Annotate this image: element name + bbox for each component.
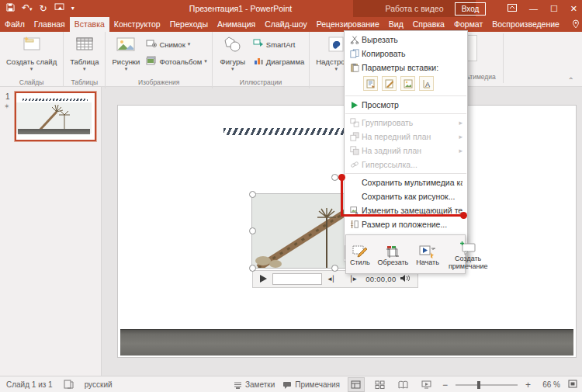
menu-item-paste-options: Параметры вставки: [345,61,467,75]
zoom-out-button[interactable]: − [442,380,448,390]
handle-top-left[interactable] [249,191,256,198]
new-slide-button[interactable]: Создать слайд ▾ [3,34,60,74]
menu-item-bring-to-front[interactable]: На передний план ▸ [345,130,467,144]
start-button[interactable]: Начать [412,235,443,273]
ribbon: Создать слайд ▾ Слайды Таблица ▾ [0,32,582,87]
zoom-slider[interactable] [456,384,518,386]
annotation-dot-end [460,212,467,219]
ribbon-display-options-icon[interactable] [508,4,517,13]
time-display: 00:00,00 [365,275,396,283]
save-icon[interactable] [6,0,15,17]
step-back-icon[interactable]: ◄▏ [327,276,338,283]
screenshot-button[interactable]: Снимок ▾ [144,37,208,51]
collapse-ribbon-icon[interactable]: ⌃ [568,76,574,85]
rotate-handle[interactable] [331,174,338,181]
pictures-button[interactable]: Рисунки ▾ [109,34,143,74]
menu-item-copy[interactable]: Копировать [345,47,467,61]
table-button[interactable]: Таблица ▾ [67,34,102,74]
tab-animations[interactable]: Анимация [213,17,260,32]
slide-counter: Слайд 1 из 1 [6,380,53,389]
slide-thumbnail[interactable] [15,92,96,141]
tab-transitions[interactable]: Переходы [165,17,213,32]
menu-item-hyperlink[interactable]: Гиперссылка... [345,158,467,172]
slide-footer-image[interactable] [120,329,573,356]
chart-button[interactable]: Диаграмма [251,54,306,68]
accessibility-icon[interactable] [64,380,74,390]
tab-design[interactable]: Конструктор [109,17,165,32]
reading-view-button[interactable] [396,378,411,391]
close-icon[interactable]: ✕ [570,4,577,14]
bring-front-icon [348,132,362,141]
notes-button[interactable]: Заметки [234,380,275,389]
handle-mid-left[interactable] [249,227,256,234]
zoom-in-button[interactable]: + [525,380,531,390]
menu-item-preview[interactable]: Просмотр [345,98,467,112]
powerpoint-window: ↶▾ ↻ ▾ Презентация1 - PowerPoint Работа … [0,0,582,392]
start-icon [419,243,436,258]
style-button[interactable]: Стиль [346,235,374,273]
menu-item-send-to-back[interactable]: На задний план ▸ [345,144,467,158]
play-button[interactable] [259,274,268,285]
chevron-down-icon: ▾ [83,66,86,72]
redo-icon[interactable]: ↻ [40,0,47,17]
photo-album-button[interactable]: Фотоальбом ▾ [144,54,208,68]
handle-bottom-left[interactable] [249,265,256,272]
language-indicator[interactable]: русский [85,380,113,389]
undo-icon[interactable]: ↶▾ [22,0,33,18]
step-forward-icon[interactable]: ▕► [347,276,358,283]
seek-bar[interactable] [272,273,322,285]
context-menu: Вырезать Копировать Параметры вставки: [344,30,468,262]
chevron-down-icon: ▾ [125,66,128,72]
minimize-icon[interactable]: — [529,4,538,13]
chevron-down-icon: ▾ [204,58,207,64]
zoom-slider-thumb[interactable] [477,381,480,389]
tab-playback[interactable]: Воспроизведение [487,17,564,32]
zoom-level[interactable]: 66 % [539,380,560,389]
shapes-button[interactable]: Фигуры ▾ [216,34,250,74]
paste-picture-icon[interactable] [400,76,415,91]
trim-button[interactable]: Обрезать [374,235,413,273]
tab-insert[interactable]: Вставка [70,17,109,32]
ribbon-group-images: Рисунки ▾ Снимок ▾ [106,32,212,88]
paste-text-only-icon[interactable]: A [419,76,434,91]
customize-qat-icon[interactable]: ▾ [71,0,74,17]
title-bar: ↶▾ ↻ ▾ Презентация1 - PowerPoint Работа … [0,0,582,17]
hyperlink-icon [348,160,362,169]
mute-icon[interactable] [400,274,410,284]
handle-bottom-center[interactable] [331,265,338,272]
menu-item-group[interactable]: Группировать ▸ [345,116,467,130]
menu-item-save-as-picture[interactable]: Сохранить как рисунок... [345,189,467,203]
ribbon-tabs: Файл Главная Вставка Конструктор Переход… [0,17,582,32]
quick-access-toolbar: ↶▾ ↻ ▾ [6,0,74,17]
trim-icon [386,243,400,258]
window-title: Презентация1 - PowerPoint [140,0,341,17]
menu-item-save-media-as[interactable]: Сохранить мультимедиа как... [345,175,467,189]
submenu-arrow-icon: ▸ [459,133,462,140]
paste-keep-formatting-icon[interactable] [382,76,397,91]
new-slide-icon [22,36,42,56]
shapes-icon [223,36,243,56]
table-icon [75,36,94,56]
paste-options-row: A [345,75,467,94]
menu-item-cut[interactable]: Вырезать [345,33,467,47]
touch-mode-icon[interactable] [54,0,64,17]
new-comment-button[interactable]: Создать примечание [445,235,492,273]
tab-slideshow[interactable]: Слайд-шоу [260,17,311,32]
tab-home[interactable]: Главная [29,17,70,32]
paste-icon [348,63,362,72]
smartart-button[interactable]: SmartArt [251,37,306,51]
maximize-icon[interactable]: ☐ [550,4,558,14]
menu-item-size-position[interactable]: Размер и положение... [345,217,467,231]
chevron-down-icon: ▾ [335,66,338,72]
slide-sorter-view-button[interactable] [372,378,388,391]
chart-icon [253,56,264,67]
fit-slide-icon[interactable] [568,380,577,390]
normal-view-button[interactable] [348,377,365,392]
slideshow-view-button[interactable] [419,378,435,391]
tab-file[interactable]: Файл [0,17,29,32]
sign-in-button[interactable]: Вход [455,2,486,16]
screenshot-icon [146,39,157,50]
comments-button[interactable]: Примечания [282,380,340,389]
paste-keep-theme-icon[interactable] [363,76,378,91]
new-comment-icon [459,239,476,255]
